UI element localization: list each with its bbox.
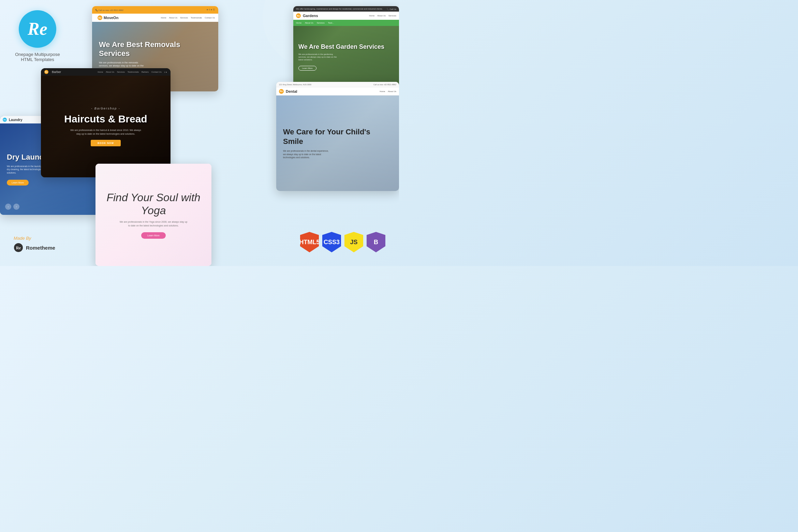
dental-card[interactable]: 121 King Street, Melbourne, AUS-3000 Cal… bbox=[276, 82, 399, 191]
yoga-hero: Find Your Soul with Yoga We are professi… bbox=[95, 164, 211, 266]
dental-address: 121 King Street, Melbourne, AUS-3000 bbox=[279, 84, 311, 86]
gardens-brand: Gardens bbox=[303, 14, 318, 18]
yoga-cta-button[interactable]: Learn More bbox=[141, 232, 166, 239]
gardens-topbar-text: We offer landscaping, maintenance and de… bbox=[296, 8, 383, 10]
screenshots-container: 📞 Call us now +62 8521-8862 ✦ f ✦ © Re M… bbox=[0, 0, 399, 266]
moveon-topbar: Call us now +62 8521-8862 bbox=[99, 9, 123, 11]
gardens-navbar: Re Gardens Home About Us Services bbox=[293, 12, 399, 20]
gardens-hero-subtitle: We are professionals in the gardening se… bbox=[298, 53, 339, 61]
laundry-nav-arrows: ‹ › bbox=[5, 204, 19, 210]
gardens-call: 📞 Call Us bbox=[387, 8, 396, 10]
yoga-hero-subtitle: We are professionals in the Yoga since 2… bbox=[119, 220, 188, 227]
gardens-logo-circle: Re bbox=[296, 13, 301, 18]
dental-hero: We Care for Your Child's Smile We are pr… bbox=[276, 95, 399, 191]
barber-card[interactable]: Re Barber Home About Us Services Testimo… bbox=[41, 68, 171, 177]
gardens-hero-content: We Are Best Garden Services We are profe… bbox=[298, 43, 384, 71]
laundry-logo-circle: Re bbox=[3, 118, 7, 122]
moveon-nav-links: Home About Us Services Testimonials Cont… bbox=[161, 17, 215, 19]
dental-phone: Call us now +62 8521-8862 bbox=[373, 84, 396, 86]
barber-navbar: Re Barber Home About Us Services Testimo… bbox=[41, 68, 171, 76]
moveon-logo: Re MoveOn bbox=[95, 15, 120, 21]
barber-cta-button[interactable]: BOOK NOW bbox=[91, 140, 121, 146]
dental-hero-subtitle: We are professionals in the dental exper… bbox=[283, 149, 331, 159]
gardens-hero-title: We Are Best Garden Services bbox=[298, 43, 384, 51]
barber-hero-subtitle: We are professionals in the haircut & br… bbox=[68, 129, 143, 136]
laundry-brand: Laundry bbox=[9, 118, 22, 122]
yoga-card[interactable]: Find Your Soul with Yoga We are professi… bbox=[95, 164, 211, 266]
dental-hero-content: We Care for Your Child's Smile We are pr… bbox=[283, 127, 392, 159]
gardens-topbar: We offer landscaping, maintenance and de… bbox=[293, 6, 399, 12]
laundry-cta-button[interactable]: Learn More bbox=[7, 180, 29, 186]
prev-arrow[interactable]: ‹ bbox=[5, 204, 11, 210]
moveon-navbar: 📞 Call us now +62 8521-8862 ✦ f ✦ © bbox=[92, 6, 218, 14]
barber-logo-circle: Re bbox=[44, 70, 48, 74]
gardens-hero: We Are Best Garden Services We are profe… bbox=[293, 26, 399, 88]
dental-navbar: Re Dental Home About Us bbox=[276, 87, 399, 95]
dental-logo-circle: Re bbox=[279, 89, 284, 94]
dental-nav-links: Home About Us bbox=[380, 90, 396, 92]
barber-hero: - Barbershop - Haircuts & Bread We are p… bbox=[41, 76, 171, 177]
dental-brand: Dental bbox=[286, 89, 297, 93]
next-arrow[interactable]: › bbox=[13, 204, 19, 210]
moveon-logo-circle: Re bbox=[98, 15, 102, 20]
barber-nav-links: Home About Us Services Testimonials Barb… bbox=[98, 71, 167, 73]
barber-brand: Barber bbox=[52, 70, 61, 74]
dental-topbar: 121 King Street, Melbourne, AUS-3000 Cal… bbox=[276, 82, 399, 87]
moveon-hero-title: We Are Best Removals Services bbox=[99, 40, 211, 58]
gardens-green-nav: Home About Us Services Testi... bbox=[293, 20, 399, 26]
moveon-brand: MoveOn bbox=[104, 16, 118, 20]
gardens-cta-button[interactable]: Learn More bbox=[298, 66, 316, 71]
barber-hero-title: Haircuts & Bread bbox=[64, 113, 147, 125]
yoga-hero-title: Find Your Soul with Yoga bbox=[106, 191, 201, 217]
barber-subtitle: - Barbershop - bbox=[91, 107, 120, 110]
dental-hero-title: We Care for Your Child's Smile bbox=[283, 127, 392, 147]
gardens-card[interactable]: We offer landscaping, maintenance and de… bbox=[293, 6, 399, 88]
